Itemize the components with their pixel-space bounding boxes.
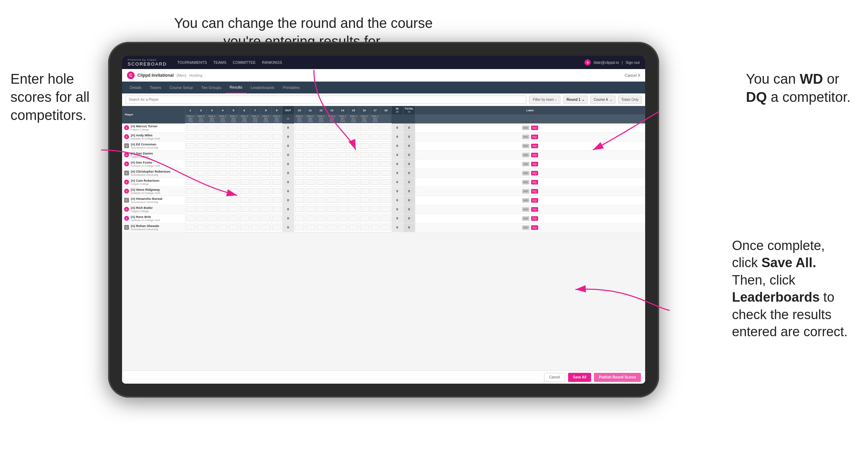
score-input-h11-r9[interactable] xyxy=(306,206,315,212)
score-input-h15-r8[interactable] xyxy=(349,197,358,203)
score-input-h9-r4[interactable] xyxy=(272,161,281,167)
score-input-h12-r5[interactable] xyxy=(317,170,326,176)
score-input-h2-r9[interactable] xyxy=(197,206,206,212)
score-input-h13-r5[interactable] xyxy=(327,170,337,176)
wd-button-row-7[interactable]: WD xyxy=(522,189,529,194)
score-input-h9-r0[interactable] xyxy=(272,125,281,130)
wd-button-row-0[interactable]: WD xyxy=(522,126,529,130)
score-input-h17-r2[interactable] xyxy=(371,143,380,149)
score-input-h17-r6[interactable] xyxy=(371,179,380,185)
score-input-h14-r6[interactable] xyxy=(338,179,347,185)
score-input-h1-r2[interactable] xyxy=(186,143,195,149)
score-input-h13-r10[interactable] xyxy=(327,216,337,221)
score-input-h7-r1[interactable] xyxy=(251,134,260,140)
score-input-h7-r10[interactable] xyxy=(251,216,260,221)
score-input-h17-r11[interactable] xyxy=(371,225,380,230)
score-input-h6-r5[interactable] xyxy=(240,170,249,176)
publish-button[interactable]: Publish Round Scores xyxy=(594,373,641,382)
score-input-h11-r6[interactable] xyxy=(306,179,315,185)
score-input-h13-r7[interactable] xyxy=(327,188,337,194)
score-input-h7-r2[interactable] xyxy=(251,143,260,149)
score-input-h10-r10[interactable] xyxy=(295,216,304,221)
wd-button-row-9[interactable]: WD xyxy=(522,207,529,212)
score-input-h15-r2[interactable] xyxy=(349,143,358,149)
score-input-h6-r9[interactable] xyxy=(240,206,249,212)
score-input-h9-r5[interactable] xyxy=(272,170,281,176)
score-input-h12-r2[interactable] xyxy=(317,143,326,149)
cancel-link[interactable]: Cancel X xyxy=(625,73,640,77)
score-input-h11-r1[interactable] xyxy=(306,134,315,140)
score-input-h4-r1[interactable] xyxy=(218,134,227,140)
score-input-h5-r0[interactable] xyxy=(229,125,238,130)
score-input-h6-r0[interactable] xyxy=(240,125,249,130)
score-input-h4-r2[interactable] xyxy=(218,143,227,149)
search-input[interactable] xyxy=(126,96,526,104)
score-input-h11-r4[interactable] xyxy=(306,161,315,167)
dq-button-row-2[interactable]: DQ xyxy=(531,144,538,148)
score-input-h13-r1[interactable] xyxy=(327,134,337,140)
score-input-h14-r9[interactable] xyxy=(338,206,347,212)
score-input-h3-r8[interactable] xyxy=(207,197,217,203)
score-input-h9-r11[interactable] xyxy=(272,225,281,230)
score-input-h10-r0[interactable] xyxy=(295,125,304,130)
score-input-h17-r10[interactable] xyxy=(371,216,380,221)
score-input-h5-r6[interactable] xyxy=(229,179,238,185)
score-input-h11-r7[interactable] xyxy=(306,188,315,194)
tab-details[interactable]: Details xyxy=(126,82,146,93)
score-input-h11-r8[interactable] xyxy=(306,197,315,203)
score-input-h12-r8[interactable] xyxy=(317,197,326,203)
score-input-h18-r8[interactable] xyxy=(382,197,391,203)
score-input-h1-r0[interactable] xyxy=(186,125,195,130)
score-input-h18-r6[interactable] xyxy=(382,179,391,185)
score-input-h18-r0[interactable] xyxy=(382,125,391,130)
score-input-h15-r1[interactable] xyxy=(349,134,358,140)
dq-button-row-3[interactable]: DQ xyxy=(531,153,538,157)
wd-button-row-8[interactable]: WD xyxy=(522,198,529,203)
score-input-h18-r10[interactable] xyxy=(382,216,391,221)
wd-button-row-4[interactable]: WD xyxy=(522,162,529,166)
score-input-h9-r7[interactable] xyxy=(272,188,281,194)
score-input-h16-r0[interactable] xyxy=(360,125,369,130)
score-input-h6-r4[interactable] xyxy=(240,161,249,167)
dq-button-row-0[interactable]: DQ xyxy=(531,126,538,130)
score-input-h11-r3[interactable] xyxy=(306,152,315,158)
score-input-h13-r11[interactable] xyxy=(327,225,337,230)
score-input-h17-r3[interactable] xyxy=(371,152,380,158)
score-input-h1-r5[interactable] xyxy=(186,170,195,176)
dq-button-row-1[interactable]: DQ xyxy=(531,135,538,139)
score-input-h12-r10[interactable] xyxy=(317,216,326,221)
score-input-h3-r11[interactable] xyxy=(207,225,217,230)
score-input-h10-r8[interactable] xyxy=(295,197,304,203)
score-input-h3-r10[interactable] xyxy=(207,216,217,221)
score-input-h1-r11[interactable] xyxy=(186,225,195,230)
score-input-h14-r3[interactable] xyxy=(338,152,347,158)
score-input-h5-r5[interactable] xyxy=(229,170,238,176)
score-input-h16-r4[interactable] xyxy=(360,161,369,167)
score-input-h13-r2[interactable] xyxy=(327,143,337,149)
wd-button-row-10[interactable]: WD xyxy=(522,216,529,221)
score-input-h13-r8[interactable] xyxy=(327,197,337,203)
score-input-h16-r2[interactable] xyxy=(360,143,369,149)
score-input-h15-r6[interactable] xyxy=(349,179,358,185)
score-input-h3-r1[interactable] xyxy=(207,134,217,140)
score-input-h7-r4[interactable] xyxy=(251,161,260,167)
score-input-h4-r3[interactable] xyxy=(218,152,227,158)
score-input-h17-r7[interactable] xyxy=(371,188,380,194)
score-input-h15-r10[interactable] xyxy=(349,216,358,221)
score-input-h5-r11[interactable] xyxy=(229,225,238,230)
score-input-h18-r5[interactable] xyxy=(382,170,391,176)
score-input-h12-r4[interactable] xyxy=(317,161,326,167)
score-input-h3-r5[interactable] xyxy=(207,170,217,176)
score-input-h18-r1[interactable] xyxy=(382,134,391,140)
score-input-h14-r4[interactable] xyxy=(338,161,347,167)
score-input-h16-r1[interactable] xyxy=(360,134,369,140)
score-input-h2-r3[interactable] xyxy=(197,152,206,158)
tab-course-setup[interactable]: Course Setup xyxy=(165,82,197,93)
score-input-h1-r6[interactable] xyxy=(186,179,195,185)
score-input-h8-r11[interactable] xyxy=(262,225,271,230)
score-input-h4-r4[interactable] xyxy=(218,161,227,167)
score-input-h2-r11[interactable] xyxy=(197,225,206,230)
score-input-h18-r3[interactable] xyxy=(382,152,391,158)
score-input-h8-r0[interactable] xyxy=(262,125,271,130)
score-input-h12-r3[interactable] xyxy=(317,152,326,158)
